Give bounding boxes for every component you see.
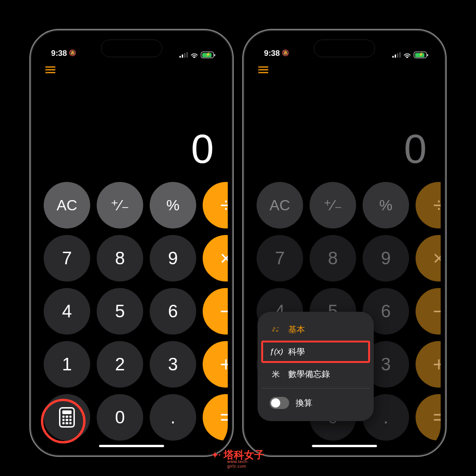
key-mode[interactable] xyxy=(44,394,90,441)
key-minus[interactable]: − xyxy=(203,288,228,335)
key-ac[interactable]: AC xyxy=(44,182,90,228)
history-icon[interactable] xyxy=(258,65,270,74)
key-7[interactable]: 7 xyxy=(44,235,90,282)
watermark-subtitle: www.tech-girlz.com xyxy=(227,459,264,469)
key-9[interactable]: 9 xyxy=(363,235,409,282)
display-value: 0 xyxy=(191,125,214,173)
mode-menu: ＋− ×＝ 基本 ƒ(x) 科學 米 數學備忘錄 換算 xyxy=(258,312,374,421)
svg-point-10 xyxy=(258,69,259,71)
key-equals[interactable]: = xyxy=(203,394,228,441)
svg-point-4 xyxy=(46,69,46,71)
menu-label-basic: 基本 xyxy=(288,324,305,335)
key-8[interactable]: 8 xyxy=(97,235,143,282)
key-plus[interactable]: + xyxy=(203,341,228,388)
key-2[interactable]: 2 xyxy=(97,341,143,388)
home-indicator[interactable] xyxy=(99,445,164,447)
key-multiply[interactable]: × xyxy=(416,235,441,282)
key-sign[interactable]: ⁺∕₋ xyxy=(310,182,356,228)
display-value: 0 xyxy=(404,125,427,173)
menu-label-math-notes: 數學備忘錄 xyxy=(288,369,330,380)
calculator-icon xyxy=(59,407,75,428)
spark-icon: ✦· xyxy=(212,450,221,460)
cellular-icon xyxy=(392,52,401,58)
watermark: ✦· 塔科女子 www.tech-girlz.com xyxy=(212,448,264,462)
display-area: 0 xyxy=(35,80,228,178)
basic-mode-icon: ＋− ×＝ xyxy=(270,327,282,332)
key-ac[interactable]: AC xyxy=(257,182,303,228)
key-minus[interactable]: − xyxy=(416,288,441,335)
status-time: 9:38 xyxy=(51,49,67,58)
key-8[interactable]: 8 xyxy=(310,235,356,282)
history-icon[interactable] xyxy=(46,65,57,74)
home-indicator[interactable] xyxy=(312,445,377,447)
scientific-mode-icon: ƒ(x) xyxy=(270,347,282,356)
key-9[interactable]: 9 xyxy=(150,235,196,282)
menu-item-scientific[interactable]: ƒ(x) 科學 xyxy=(261,341,370,363)
screen-left: 9:38 0 AC xyxy=(35,35,228,451)
iphone-right: 9:38 0 AC xyxy=(242,29,447,457)
key-3[interactable]: 3 xyxy=(150,341,196,388)
iphone-left: 9:38 0 AC xyxy=(29,29,234,457)
display-area: 0 xyxy=(248,80,441,178)
battery-icon xyxy=(414,52,427,58)
menu-separator xyxy=(261,388,370,389)
silent-icon xyxy=(69,50,75,57)
battery-icon xyxy=(201,52,214,58)
svg-point-3 xyxy=(46,67,46,68)
key-5[interactable]: 5 xyxy=(97,288,143,335)
key-7[interactable]: 7 xyxy=(257,235,303,282)
menu-item-convert[interactable]: 換算 xyxy=(261,391,370,415)
key-percent[interactable]: % xyxy=(363,182,409,228)
math-notes-icon: 米 xyxy=(270,369,282,380)
key-1[interactable]: 1 xyxy=(44,341,90,388)
menu-label-convert: 換算 xyxy=(296,397,312,409)
key-equals[interactable]: = xyxy=(416,394,441,441)
key-0[interactable]: 0 xyxy=(97,394,143,441)
key-divide[interactable]: ÷ xyxy=(416,182,441,228)
silent-icon xyxy=(282,50,288,57)
svg-point-11 xyxy=(258,72,259,74)
status-bar: 9:38 xyxy=(248,35,441,59)
menu-label-scientific: 科學 xyxy=(288,346,305,357)
key-4[interactable]: 4 xyxy=(44,288,90,335)
convert-toggle[interactable] xyxy=(270,397,289,409)
keypad: AC ⁺∕₋ % ÷ 7 8 9 × 4 5 6 − 1 2 3 + xyxy=(35,178,228,451)
menu-item-math-notes[interactable]: 米 數學備忘錄 xyxy=(261,363,370,385)
wifi-icon xyxy=(403,52,411,58)
svg-point-9 xyxy=(258,67,259,68)
status-bar: 9:38 xyxy=(35,35,228,59)
key-plus[interactable]: + xyxy=(416,341,441,388)
wifi-icon xyxy=(191,52,198,58)
cellular-icon xyxy=(179,52,188,58)
key-divide[interactable]: ÷ xyxy=(203,182,228,228)
key-multiply[interactable]: × xyxy=(203,235,228,282)
key-dot[interactable]: . xyxy=(150,394,196,441)
key-sign[interactable]: ⁺∕₋ xyxy=(97,182,143,228)
screen-right: 9:38 0 AC xyxy=(248,35,441,451)
status-time: 9:38 xyxy=(264,49,280,58)
key-6[interactable]: 6 xyxy=(150,288,196,335)
menu-item-basic[interactable]: ＋− ×＝ 基本 xyxy=(261,318,370,341)
svg-point-5 xyxy=(46,72,46,74)
key-percent[interactable]: % xyxy=(150,182,196,228)
